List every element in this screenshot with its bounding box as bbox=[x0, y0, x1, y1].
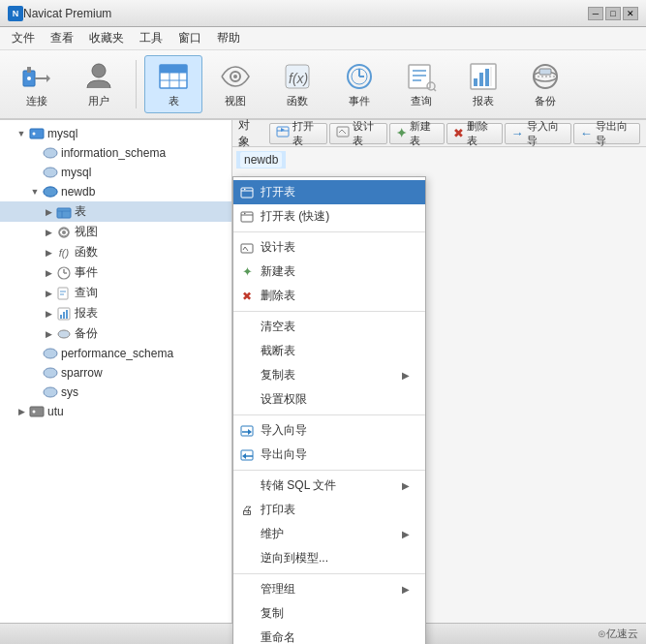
tree-item-event-folder[interactable]: ▶ 事件 bbox=[0, 262, 231, 283]
expand-icon: ▼ bbox=[15, 128, 27, 139]
toolbar-query[interactable]: 查询 bbox=[392, 55, 450, 113]
ctx-set-permissions[interactable]: 设置权限 bbox=[233, 387, 425, 412]
tree-label-report-folder: 报表 bbox=[75, 305, 98, 322]
menu-file[interactable]: 文件 bbox=[4, 28, 43, 48]
ctx-transfer-sql[interactable]: 转储 SQL 文件 ▶ bbox=[233, 474, 425, 498]
tree-item-utu[interactable]: ▶ utu bbox=[0, 402, 231, 421]
tree-label-event-folder: 事件 bbox=[75, 264, 98, 281]
menu-view[interactable]: 查看 bbox=[43, 28, 81, 48]
ctx-reverse-model[interactable]: 逆向到模型... bbox=[233, 546, 425, 570]
backup-expand-icon: ▶ bbox=[43, 328, 54, 340]
maximize-button[interactable]: □ bbox=[605, 7, 621, 20]
tree-label-view-folder: 视图 bbox=[75, 224, 98, 240]
ctx-manage-group-arrow: ▶ bbox=[402, 584, 410, 595]
close-button[interactable]: ✕ bbox=[623, 7, 638, 20]
import-wizard-btn[interactable]: → 导入向导 bbox=[505, 123, 571, 144]
tree-item-func-folder[interactable]: ▶ f() 函数 bbox=[0, 242, 231, 262]
ctx-reverse-model-label: 逆向到模型... bbox=[261, 550, 328, 567]
tree-item-report-folder[interactable]: ▶ 报表 bbox=[0, 303, 231, 323]
tree-item-newdb[interactable]: ▼ newdb bbox=[0, 182, 231, 201]
main-area: ▼ mysql information_schema mysql ▼ bbox=[0, 120, 646, 623]
ctx-new-table[interactable]: ✦ 新建表 bbox=[233, 260, 425, 284]
toolbar-function[interactable]: f(x) 函数 bbox=[268, 55, 326, 113]
ctx-import-icon bbox=[239, 423, 255, 439]
toolbar-table[interactable]: 表 bbox=[144, 55, 202, 113]
minimize-button[interactable]: ─ bbox=[588, 7, 603, 20]
ctx-open-table-icon bbox=[239, 185, 255, 200]
export-wizard-btn[interactable]: ← 导出向导 bbox=[573, 123, 640, 144]
ctx-design-table[interactable]: 设计表 bbox=[233, 235, 425, 260]
tree-item-mysql-server[interactable]: ▼ mysql bbox=[0, 124, 231, 143]
tree-item-backup-folder[interactable]: ▶ 备份 bbox=[0, 323, 231, 344]
collapsed-icon: ▶ bbox=[43, 206, 54, 218]
table-folder-icon bbox=[56, 204, 72, 220]
design-table-btn-label: 设计表 bbox=[353, 119, 381, 148]
menu-help[interactable]: 帮助 bbox=[209, 28, 248, 48]
tree-item-info-schema[interactable]: information_schema bbox=[0, 143, 231, 163]
ctx-copy2-label: 复制 bbox=[261, 605, 284, 622]
tree-item-sys[interactable]: sys bbox=[0, 383, 231, 402]
toolbar-event[interactable]: 事件 bbox=[330, 55, 388, 113]
svg-text:f(x): f(x) bbox=[289, 71, 308, 86]
tree-item-table-folder[interactable]: ▶ 表 bbox=[0, 201, 231, 222]
tree-item-sparrow[interactable]: sparrow bbox=[0, 363, 231, 383]
ctx-truncate-table[interactable]: 截断表 bbox=[233, 339, 425, 363]
import-wizard-btn-label: 导入向导 bbox=[527, 119, 565, 148]
open-table-btn[interactable]: 打开表 bbox=[269, 123, 327, 144]
svg-rect-2 bbox=[27, 67, 31, 73]
toolbar-backup[interactable]: 备份 bbox=[516, 55, 574, 113]
ctx-open-table-fast-label: 打开表 (快速) bbox=[261, 208, 329, 225]
new-table-btn-icon: ✦ bbox=[396, 126, 407, 140]
tree-label-utu: utu bbox=[47, 405, 64, 418]
ctx-rename-label: 重命名 bbox=[261, 629, 295, 644]
window-controls: ─ □ ✕ bbox=[588, 7, 638, 20]
tree-label-table-folder: 表 bbox=[75, 203, 86, 220]
ctx-rename[interactable]: 重命名 bbox=[233, 626, 425, 644]
ctx-open-table[interactable]: 打开表 bbox=[233, 180, 425, 204]
menu-window[interactable]: 窗口 bbox=[170, 28, 209, 48]
connect-label: 连接 bbox=[26, 94, 47, 108]
ctx-delete-table[interactable]: ✖ 删除表 bbox=[233, 284, 425, 308]
tree-label-newdb: newdb bbox=[61, 185, 95, 199]
ctx-copy-table[interactable]: 复制表 ▶ bbox=[233, 363, 425, 387]
tree-label-func-folder: 函数 bbox=[75, 244, 98, 261]
ctx-maintain[interactable]: 维护 ▶ bbox=[233, 522, 425, 546]
menu-tools[interactable]: 工具 bbox=[132, 28, 170, 48]
design-table-btn[interactable]: 设计表 bbox=[329, 123, 387, 144]
toolbar-user[interactable]: 用户 bbox=[70, 55, 128, 113]
tree-item-mysql-db[interactable]: mysql bbox=[0, 163, 231, 182]
ctx-print-table[interactable]: 🖨 打印表 bbox=[233, 498, 425, 522]
new-table-btn[interactable]: ✦ 新建表 bbox=[389, 123, 445, 144]
ctx-export-wizard[interactable]: 导出向导 bbox=[233, 443, 425, 467]
report-icon bbox=[468, 61, 499, 92]
tree-item-view-folder[interactable]: ▶ 视图 bbox=[0, 222, 231, 242]
svg-rect-29 bbox=[485, 69, 489, 86]
tree-label-sparrow: sparrow bbox=[61, 366, 103, 380]
svg-rect-62 bbox=[277, 127, 289, 137]
svg-marker-71 bbox=[244, 212, 246, 214]
toolbar-view[interactable]: 视图 bbox=[206, 55, 264, 113]
toolbar-report[interactable]: 报表 bbox=[454, 55, 512, 113]
ctx-new-table-label: 新建表 bbox=[261, 263, 295, 280]
view-folder-icon bbox=[56, 225, 72, 240]
tree-item-perf-schema[interactable]: performance_schema bbox=[0, 344, 231, 363]
ctx-design-table-label: 设计表 bbox=[261, 239, 295, 256]
delete-table-btn[interactable]: ✖ 删除表 bbox=[446, 123, 502, 144]
tree-label-perf-schema: performance_schema bbox=[61, 347, 173, 360]
tree-item-query-folder[interactable]: ▶ 查询 bbox=[0, 283, 231, 303]
ctx-copy-arrow: ▶ bbox=[402, 370, 410, 381]
ctx-copy-table-label: 复制表 bbox=[261, 367, 295, 383]
query-icon bbox=[406, 61, 437, 92]
ctx-export-wizard-label: 导出向导 bbox=[261, 446, 307, 463]
toolbar-connect[interactable]: 连接 bbox=[8, 55, 66, 113]
ctx-copy2[interactable]: 复制 bbox=[233, 601, 425, 626]
svg-rect-7 bbox=[160, 65, 187, 73]
svg-line-25 bbox=[434, 88, 437, 91]
ctx-manage-group[interactable]: 管理组 ▶ bbox=[233, 577, 425, 601]
menu-favorites[interactable]: 收藏夹 bbox=[81, 28, 132, 48]
ctx-import-wizard[interactable]: 导入向导 bbox=[233, 418, 425, 443]
ctx-open-table-fast[interactable]: 打开表 (快速) bbox=[233, 204, 425, 229]
svg-point-5 bbox=[92, 64, 106, 77]
utu-server-icon bbox=[29, 404, 45, 419]
ctx-clear-table[interactable]: 清空表 bbox=[233, 315, 425, 339]
